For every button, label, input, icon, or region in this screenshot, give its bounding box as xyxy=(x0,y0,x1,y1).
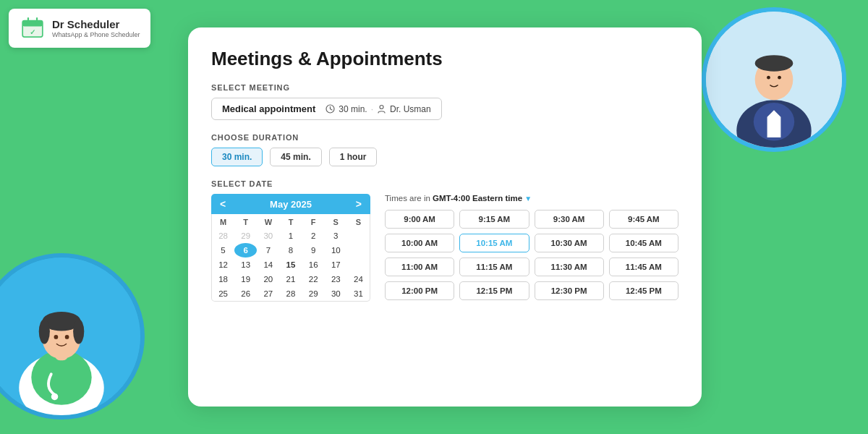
calendar-day-empty xyxy=(347,258,370,272)
calendar-day[interactable]: 20 xyxy=(257,272,279,286)
calendar-day[interactable]: 7 xyxy=(257,243,279,258)
calendar-day[interactable]: 26 xyxy=(234,286,257,301)
doctor-avatar-circle xyxy=(0,253,145,420)
meeting-selector[interactable]: Medical appointment 30 min. · Dr. Usman xyxy=(211,98,442,120)
svg-point-23 xyxy=(767,76,770,80)
meeting-duration: 30 min. xyxy=(339,104,367,114)
time-slot-0[interactable]: 9:00 AM xyxy=(385,210,454,229)
calendar-day[interactable]: 1 xyxy=(279,229,302,243)
time-slot-10[interactable]: 11:30 AM xyxy=(535,258,604,276)
calendar-day[interactable]: 14 xyxy=(257,258,279,272)
cal-day-header: S xyxy=(347,214,370,229)
meeting-doctor: Dr. Usman xyxy=(390,104,431,114)
main-card: Meetings & Appointments SELECT MEETING M… xyxy=(188,27,702,407)
calendar-day[interactable]: 22 xyxy=(302,272,325,286)
patient-avatar-circle xyxy=(702,7,846,152)
timezone-arrow: ▼ xyxy=(524,195,532,203)
times-wrap: Times are in GMT-4:00 Eastern time ▼ 9:0… xyxy=(385,194,678,302)
calendar-day[interactable]: 19 xyxy=(234,272,257,286)
cal-day-header: T xyxy=(279,214,302,229)
calendar-day[interactable]: 2 xyxy=(302,229,325,243)
calendar-day[interactable]: 3 xyxy=(325,229,347,243)
calendar-day[interactable]: 8 xyxy=(279,243,302,258)
next-month-button[interactable]: > xyxy=(356,198,362,210)
logo-box: ✓ Dr Scheduler WhatsApp & Phone Schedule… xyxy=(9,9,150,48)
time-slot-3[interactable]: 9:45 AM xyxy=(609,210,678,229)
duration-btn-2[interactable]: 1 hour xyxy=(329,148,378,166)
time-slot-11[interactable]: 11:45 AM xyxy=(609,258,678,276)
calendar-day[interactable]: 27 xyxy=(257,286,279,301)
time-slot-8[interactable]: 11:00 AM xyxy=(385,258,454,276)
person-icon xyxy=(377,104,386,114)
doctor-avatar-svg xyxy=(0,258,140,415)
calendar-day[interactable]: 24 xyxy=(347,272,370,286)
svg-point-9 xyxy=(51,393,58,400)
calendar-day[interactable]: 16 xyxy=(302,258,325,272)
time-slot-15[interactable]: 12:45 PM xyxy=(609,281,678,300)
calendar-day-empty xyxy=(347,243,370,258)
clock-icon xyxy=(326,104,335,114)
svg-point-28 xyxy=(380,106,383,109)
calendar-day[interactable]: 23 xyxy=(325,272,347,286)
calendar-grid: MTWTFSS282930123567891012131415161718192… xyxy=(212,214,370,301)
calendar-day[interactable]: 28 xyxy=(279,286,302,301)
calendar-day[interactable]: 5 xyxy=(212,243,234,258)
cal-day-header: T xyxy=(234,214,257,229)
calendar-day[interactable]: 6 xyxy=(234,243,257,258)
time-slot-14[interactable]: 12:30 PM xyxy=(535,281,604,300)
time-slot-2[interactable]: 9:30 AM xyxy=(535,210,604,229)
svg-text:✓: ✓ xyxy=(30,28,35,36)
page-title: Meetings & Appointments xyxy=(211,48,678,70)
prev-month-button[interactable]: < xyxy=(220,198,226,210)
calendar-day[interactable]: 13 xyxy=(234,258,257,272)
choose-duration-label: CHOOSE DURATION xyxy=(211,133,678,142)
time-slot-4[interactable]: 10:00 AM xyxy=(385,234,454,252)
calendar-day[interactable]: 18 xyxy=(212,272,234,286)
timezone-value: GMT-4:00 Eastern time xyxy=(433,194,522,203)
time-slot-9[interactable]: 11:15 AM xyxy=(459,258,529,276)
calendar-day[interactable]: 30 xyxy=(257,229,279,243)
time-slot-5[interactable]: 10:15 AM xyxy=(459,234,529,252)
timezone-label: Times are in xyxy=(385,194,430,203)
calendar-day[interactable]: 29 xyxy=(234,229,257,243)
calendar-day[interactable]: 15 xyxy=(279,258,302,272)
select-date-label: SELECT DATE xyxy=(211,179,678,188)
calendar-day[interactable]: 31 xyxy=(347,286,370,301)
cal-day-header: M xyxy=(212,214,234,229)
cal-day-header: S xyxy=(325,214,347,229)
logo-text-block: Dr Scheduler WhatsApp & Phone Scheduler xyxy=(52,18,140,39)
select-meeting-label: SELECT MEETING xyxy=(211,83,678,92)
calendar-day[interactable]: 25 xyxy=(212,286,234,301)
calendar-day[interactable]: 28 xyxy=(212,229,234,243)
logo-title: Dr Scheduler xyxy=(52,18,140,31)
timezone-row: Times are in GMT-4:00 Eastern time ▼ xyxy=(385,194,678,203)
svg-point-15 xyxy=(54,335,59,339)
calendar-day-empty xyxy=(347,229,370,243)
duration-btn-0[interactable]: 30 min. xyxy=(211,148,263,166)
svg-line-27 xyxy=(331,109,333,111)
duration-btn-1[interactable]: 45 min. xyxy=(270,148,321,166)
calendar-day[interactable]: 10 xyxy=(325,243,347,258)
calendar-day[interactable]: 9 xyxy=(302,243,325,258)
time-slot-12[interactable]: 12:00 PM xyxy=(385,281,454,300)
calendar-table-wrap: MTWTFSS282930123567891012131415161718192… xyxy=(211,214,370,302)
time-slot-7[interactable]: 10:45 AM xyxy=(609,234,678,252)
cal-day-header: F xyxy=(302,214,325,229)
logo-subtitle: WhatsApp & Phone Scheduler xyxy=(52,31,140,39)
calendar-day[interactable]: 17 xyxy=(325,258,347,272)
calendar-day[interactable]: 29 xyxy=(302,286,325,301)
svg-point-24 xyxy=(778,76,781,80)
duration-row: 30 min.45 min.1 hour xyxy=(211,148,678,166)
svg-point-16 xyxy=(65,335,69,339)
calendar-month-year: May 2025 xyxy=(270,199,312,210)
time-slot-1[interactable]: 9:15 AM xyxy=(459,210,529,229)
time-slot-13[interactable]: 12:15 PM xyxy=(459,281,529,300)
cal-day-header: W xyxy=(257,214,279,229)
calendar-day[interactable]: 21 xyxy=(279,272,302,286)
calendar-day[interactable]: 30 xyxy=(325,286,347,301)
calendar-wrap: < May 2025 > MTWTFSS28293012356789101213… xyxy=(211,194,370,302)
meeting-name: Medical appointment xyxy=(222,103,315,114)
svg-rect-2 xyxy=(22,21,43,27)
calendar-day[interactable]: 12 xyxy=(212,258,234,272)
time-slot-6[interactable]: 10:30 AM xyxy=(535,234,604,252)
